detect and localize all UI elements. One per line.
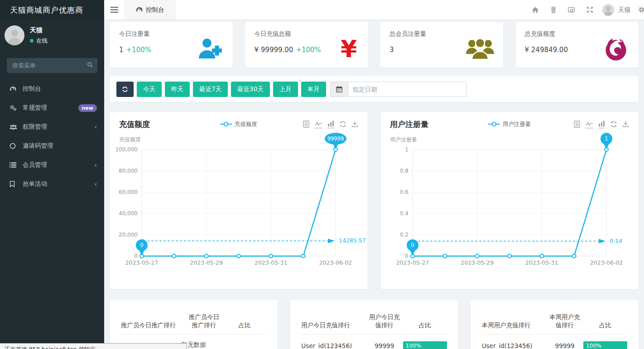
sidebar-item-label: 会员管理 <box>23 161 47 169</box>
sidebar-item-label: 抢单活动 <box>23 180 47 188</box>
stat-card: 总充值额度¥ 249849.00 <box>516 22 639 68</box>
trash-icon[interactable] <box>544 0 562 20</box>
table-row: User_id(123456) 99999 100% <box>300 334 447 349</box>
sidebar-item[interactable]: 邀请码管理 <box>0 136 104 155</box>
download-icon[interactable] <box>351 121 358 127</box>
svg-text:0.2: 0.2 <box>400 232 409 238</box>
svg-text:0: 0 <box>411 242 414 248</box>
refresh-icon <box>122 86 128 92</box>
user-week-rank-card: 本周用户充值排行 本周用户充值排行 占比 User_id(123456) 999… <box>471 300 638 349</box>
search-input[interactable] <box>7 58 97 73</box>
tab-label: 控制台 <box>146 6 164 14</box>
dashboard-icon <box>10 86 19 92</box>
bar-type-icon[interactable] <box>327 121 334 128</box>
sidebar-toggle-icon[interactable] <box>104 0 124 19</box>
yen-icon: ¥ <box>339 37 359 61</box>
date-range-button[interactable]: 最近30天 <box>231 82 270 97</box>
rank-table: 推广员今日推广排行 推广员今日推广排行 占比 暂无数据 <box>120 306 267 349</box>
chart-subtitle: 充值额度 <box>119 136 358 144</box>
chart-title: 用户注册量 <box>390 119 428 130</box>
percent-bar: 100% <box>583 341 627 349</box>
sidebar-item[interactable]: 会员管理‹ <box>0 155 104 174</box>
sidebar-item[interactable]: 抢单活动‹ <box>0 174 104 194</box>
sidebar-item[interactable]: 权限管理‹ <box>0 117 104 136</box>
data-view-icon[interactable] <box>303 121 309 128</box>
stat-value: ¥ 99999.00+100% <box>255 46 321 54</box>
circle-icon <box>10 143 19 149</box>
search-icon[interactable] <box>87 62 93 68</box>
user-group-icon <box>466 38 494 60</box>
line-type-icon[interactable] <box>585 121 593 128</box>
rank-table: 用户今日充值排行 用户今日充值排行 占比 User_id(123456) 999… <box>300 306 447 349</box>
stat-label: 总会员注册量 <box>389 30 426 38</box>
stat-value: ¥ 249849.00 <box>525 46 568 54</box>
topbar-username[interactable]: 天猫 <box>618 6 630 14</box>
bar-type-icon[interactable] <box>598 121 605 128</box>
chart-svg[interactable]: 00.20.40.60.812023-05-272023-05-292023-0… <box>390 145 629 281</box>
stat-value: 3 <box>389 46 426 54</box>
svg-text:99999: 99999 <box>327 136 344 142</box>
date-range-button[interactable]: 最近7天 <box>193 82 228 97</box>
user-cell: User_id(123456) <box>481 334 547 349</box>
user-plus-icon <box>196 38 224 60</box>
svg-text:0.6: 0.6 <box>400 189 409 195</box>
stat-delta: +100% <box>126 46 151 54</box>
restore-icon[interactable] <box>339 121 346 128</box>
user-name: 天猫 <box>30 26 48 34</box>
brand-title: 天猫商城商户优惠商 <box>0 0 104 20</box>
gear-icon[interactable] <box>632 0 644 20</box>
sidebar-item-label: 常规管理 <box>23 104 47 112</box>
amount-cell: 99999 <box>547 334 582 349</box>
svg-text:0: 0 <box>134 253 138 259</box>
avatar <box>5 25 24 45</box>
dashboard-icon <box>136 7 143 13</box>
charts-row: 充值额度 充值额度 充值额度 020,00040,00060,00080,000… <box>110 112 638 289</box>
topbar: 控制台 天猫 <box>104 0 644 20</box>
svg-text:0.8: 0.8 <box>400 168 409 174</box>
tab-dashboard[interactable]: 控制台 <box>124 0 176 19</box>
refresh-button[interactable] <box>116 82 134 97</box>
line-type-icon[interactable] <box>314 121 322 128</box>
date-range-button[interactable]: 今天 <box>137 82 162 97</box>
chart-toolbar <box>574 121 629 128</box>
date-range-button[interactable]: 昨天 <box>165 82 190 97</box>
clear-cache-icon[interactable] <box>562 0 581 20</box>
stat-card: 今日充值总额¥ 99999.00+100%¥ <box>245 22 368 68</box>
svg-text:1: 1 <box>405 146 409 153</box>
svg-text:80,000: 80,000 <box>119 168 138 174</box>
download-icon[interactable] <box>622 121 629 127</box>
data-view-icon[interactable] <box>574 121 580 128</box>
svg-text:2023-05-29: 2023-05-29 <box>461 259 494 266</box>
legend-item[interactable]: 充值额度 <box>220 121 257 128</box>
svg-text:2023-05-27: 2023-05-27 <box>125 259 159 266</box>
main-content: 今日注册量1+100%今日充值总额¥ 99999.00+100%¥总会员注册量3… <box>104 20 644 349</box>
percent-bar: 100% <box>403 341 447 349</box>
svg-text:20,000: 20,000 <box>119 232 138 238</box>
browser-status-bar: 正在等待 858.bainiao8.top 的响应... <box>0 343 187 349</box>
chevron-left-icon: ‹ <box>94 180 97 188</box>
user-panel: 天猫 在线 <box>0 20 104 54</box>
chart-svg[interactable]: 020,00040,00060,00080,000100,0002023-05-… <box>119 145 358 281</box>
svg-text:0.14: 0.14 <box>610 238 622 244</box>
date-input[interactable] <box>348 82 467 97</box>
date-filter-bar: 今天昨天最近7天最近30天上月本月 <box>110 76 638 102</box>
online-dot <box>30 39 34 43</box>
stat-delta: +100% <box>296 46 321 54</box>
sidebar-item[interactable]: 控制台 <box>0 79 104 98</box>
legend-item[interactable]: 用户注册量 <box>488 121 531 128</box>
stat-label: 今日充值总额 <box>255 30 321 38</box>
table-row: User_id(123456) 99999 100% <box>481 334 628 349</box>
date-range-button[interactable]: 上月 <box>273 82 298 97</box>
stat-label: 今日注册量 <box>119 30 151 38</box>
date-range-button[interactable]: 本月 <box>301 82 326 97</box>
restore-icon[interactable] <box>610 121 617 128</box>
list-icon <box>10 162 19 168</box>
sidebar-item[interactable]: 常规管理new <box>0 98 104 117</box>
user-status: 在线 <box>36 37 48 45</box>
home-icon[interactable] <box>526 0 544 20</box>
chart-toolbar <box>303 121 358 128</box>
svg-text:2023-05-27: 2023-05-27 <box>396 259 429 266</box>
topbar-avatar[interactable] <box>602 4 614 16</box>
menu-search <box>7 58 97 73</box>
fullscreen-icon[interactable] <box>581 0 599 20</box>
